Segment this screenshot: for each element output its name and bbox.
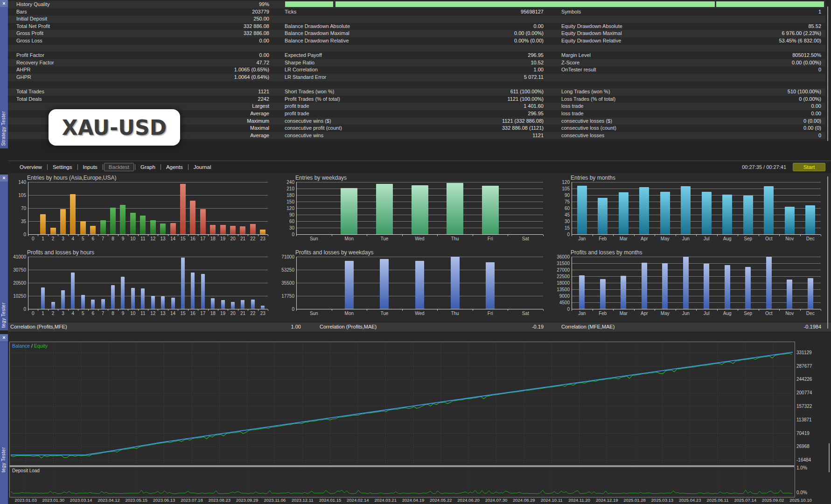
tab-inputs[interactable]: Inputs xyxy=(79,163,102,171)
x-tick-label: Feb xyxy=(593,236,613,241)
stat-value: 0.00 (0.00%) xyxy=(728,59,821,67)
bar-22 xyxy=(250,224,256,234)
stats-row[interactable]: AHPR1.0065 (0.65%)LR Correlation1.00OnTe… xyxy=(8,66,825,74)
y-tick-label: 60 xyxy=(278,219,294,224)
bar-22 xyxy=(251,300,255,309)
y-tick-label: 4500 xyxy=(553,300,570,305)
scrollbar[interactable] xyxy=(827,176,828,329)
x-tick xyxy=(402,235,403,236)
stats-row[interactable]: Initial Deposit250.00 xyxy=(8,15,825,23)
tab-overview[interactable]: Overview xyxy=(15,163,46,171)
x-tick-label: Nov xyxy=(779,311,800,316)
stats-row[interactable]: GHPR1.0064 (0.64%)LR Standard Error5 072… xyxy=(8,74,825,81)
stats-row[interactable]: Gross Profit332 886.08Balance Drawdown M… xyxy=(8,30,825,37)
bar-Jul xyxy=(702,192,712,234)
y-tick-label: 15 xyxy=(553,225,570,231)
bar-5 xyxy=(81,295,85,309)
stat-value: Average xyxy=(176,132,269,140)
tab-graph[interactable]: Graph xyxy=(136,163,160,171)
stat-label: History Quality xyxy=(16,1,50,8)
bar-Apr xyxy=(639,187,649,234)
y-tick-label: 0 xyxy=(553,232,570,237)
x-tick xyxy=(543,309,544,311)
start-button[interactable]: Start xyxy=(793,163,825,171)
tab-agents[interactable]: Agents xyxy=(162,163,187,171)
y-tick-label: 0 xyxy=(278,307,294,312)
scrollbar[interactable] xyxy=(827,7,828,141)
x-tick xyxy=(332,235,332,236)
stat-value: 1121 xyxy=(176,88,269,96)
tab-journal[interactable]: Journal xyxy=(189,163,216,171)
stat-value: 0.00 xyxy=(176,52,269,59)
deposit-load-min: 0.0% xyxy=(796,490,807,495)
tab-separator xyxy=(47,164,48,170)
chart-title: Profits and losses by weekdays xyxy=(295,249,373,256)
close-icon[interactable]: × xyxy=(0,334,8,341)
x-tick xyxy=(543,235,544,236)
strategy-tester-vertical-label: tegy Tester xyxy=(1,447,7,472)
x-tick-label: Apr xyxy=(634,311,655,316)
close-icon[interactable]: × xyxy=(0,175,8,182)
stats-row[interactable]: Total Trades1121Short Trades (won %)611 … xyxy=(8,88,825,96)
stats-row[interactable]: Recovery Factor47.72Sharpe Ratio10.52Z-S… xyxy=(8,59,825,67)
stat-label: Short Trades (won %) xyxy=(285,88,334,96)
x-tick-label: Apr xyxy=(634,236,655,241)
bar-Thu xyxy=(447,183,463,234)
x-tick xyxy=(821,235,821,236)
gridline xyxy=(296,257,543,257)
gridline xyxy=(28,257,268,257)
y-tick-label: 30750 xyxy=(9,267,26,273)
stat-value: 0 (0.00) xyxy=(728,118,821,125)
tab-settings[interactable]: Settings xyxy=(49,163,77,171)
date-label: 2024.08.29 xyxy=(509,497,539,503)
bar-10 xyxy=(130,213,136,234)
y-tick-label: 30 xyxy=(278,225,294,231)
stat-label: Equity Drawdown Relative xyxy=(561,37,621,45)
x-tick-label: Wed xyxy=(410,236,430,241)
date-label: 2023.09.29 xyxy=(232,497,262,503)
bar-Sep xyxy=(745,267,751,309)
y-tick-label: 71000 xyxy=(278,254,294,259)
stats-row[interactable] xyxy=(8,45,825,52)
stats-row[interactable]: Total Deals2242Profit Trades (% of total… xyxy=(8,96,825,103)
bar-5 xyxy=(80,221,86,234)
date-label: 2024.05.22 xyxy=(426,497,456,503)
bar-3 xyxy=(61,290,65,309)
stat-value: 1 xyxy=(728,8,821,16)
bar-Apr xyxy=(642,263,647,309)
close-icon[interactable]: × xyxy=(0,0,8,7)
stat-value: 1121 xyxy=(450,132,544,140)
stat-label: Symbols xyxy=(561,8,581,16)
y-tick-label: 0 xyxy=(553,307,570,312)
date-label: 2024.07.30 xyxy=(481,497,511,503)
stat-label: Margin Level xyxy=(561,52,591,59)
strategy-tester-window: × Strategy Tester × tegy Tester × tegy T… xyxy=(0,0,831,504)
balance-y-label: 157322 xyxy=(796,404,812,409)
stat-value: 0.00 xyxy=(728,110,821,118)
stat-value: 0 (0.00%) xyxy=(728,96,821,103)
stats-row[interactable] xyxy=(8,81,825,89)
y-axis xyxy=(572,257,572,309)
bar-Oct xyxy=(764,186,774,234)
tab-backtest[interactable]: Backtest xyxy=(104,163,134,171)
scrollbar[interactable] xyxy=(829,443,830,472)
stat-value: 0.00 xyxy=(450,23,544,30)
date-label: 2023.08.23 xyxy=(204,497,234,503)
stats-row[interactable]: Profit Factor0.00Expected Payoff296.95Ma… xyxy=(8,52,825,59)
stats-row[interactable]: Gross Loss0.00Balance Drawdown Relative0… xyxy=(8,37,825,45)
bar-13 xyxy=(160,224,166,234)
date-label: 2025.07.14 xyxy=(730,497,760,503)
stat-value: 2242 xyxy=(176,96,269,103)
stat-label: Loss Trades (% of total) xyxy=(561,96,615,103)
stats-row[interactable]: Bars203779Ticks95698127Symbols1 xyxy=(8,8,825,16)
date-label: 2023.06.13 xyxy=(149,497,179,503)
stats-row[interactable]: Total Net Profit332 886.08Balance Drawdo… xyxy=(8,23,825,30)
stat-label: profit trade xyxy=(285,110,309,118)
y-axis xyxy=(296,257,297,309)
stat-label: profit trade xyxy=(285,103,309,110)
gridline xyxy=(28,283,268,283)
stat-label: consecutive wins ($) xyxy=(285,118,331,125)
balance-equity-chart xyxy=(9,342,795,466)
x-tick-label: Mar xyxy=(613,236,634,241)
stat-label: Sharpe Ratio xyxy=(285,59,314,67)
